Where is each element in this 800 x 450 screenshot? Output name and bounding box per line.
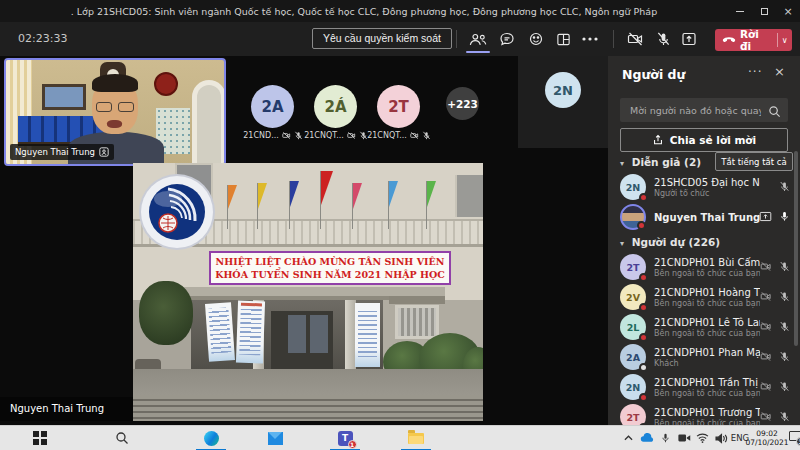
- stage-participant-tile[interactable]: 2T 21CNQT...: [377, 85, 420, 145]
- search-input[interactable]: [628, 98, 763, 122]
- overflow-count-badge[interactable]: +223: [446, 87, 479, 120]
- camera-off-icon: [760, 291, 772, 302]
- minimize-button[interactable]: [728, 0, 752, 22]
- participant-label: 21CND...: [243, 131, 279, 140]
- file-explorer-icon[interactable]: [398, 426, 434, 450]
- taskbar-search-icon[interactable]: [104, 426, 140, 450]
- participant-subtitle: Bên ngoài tổ chức của bạn: [654, 269, 760, 278]
- panel-close-icon[interactable]: ×: [774, 64, 785, 79]
- tray-expand-icon[interactable]: [620, 426, 636, 450]
- tray-clock[interactable]: 09:02 07/10/2021: [744, 429, 790, 447]
- flag: [353, 183, 362, 209]
- onedrive-icon[interactable]: [638, 426, 656, 450]
- tray-mic-icon[interactable]: [657, 426, 673, 450]
- mail-icon[interactable]: [257, 426, 293, 450]
- mic-off-icon: [779, 411, 790, 422]
- stage-avatar-row: 2A 21CND...: [251, 85, 420, 145]
- more-options-icon[interactable]: [578, 30, 602, 48]
- maximize-button[interactable]: [752, 0, 776, 22]
- avatar: 2N: [545, 72, 581, 108]
- mic-off-icon: [779, 291, 790, 302]
- participant-video-tile[interactable]: 2N: [518, 56, 608, 148]
- avatar: [620, 204, 646, 230]
- title-bar: . Lớp 21SHCD05: Sinh viên ngành Quốc tế …: [0, 0, 800, 22]
- share-invite-icon: [652, 134, 664, 146]
- leave-button[interactable]: Rời đi ∨: [715, 29, 792, 51]
- camera-off-icon: [760, 351, 772, 362]
- presenters-section-header[interactable]: ▾ Diễn giả (2): [620, 156, 701, 168]
- camera-off-icon[interactable]: [623, 30, 647, 48]
- participant-row[interactable]: 2N 21CNDPH01 Trần Thị Tha... Bên ngoài t…: [608, 372, 800, 402]
- camera-off-icon: [410, 131, 419, 140]
- scrollbar-thumb[interactable]: [794, 151, 798, 346]
- mic-off-icon[interactable]: [651, 30, 675, 48]
- camera-off-icon: [760, 381, 772, 392]
- status-dot: [637, 221, 646, 230]
- share-invite-button[interactable]: Chia sẻ lời mời: [620, 128, 788, 152]
- chat-icon[interactable]: [495, 30, 519, 48]
- participant-subtitle: Bên ngoài tổ chức của bạn: [654, 389, 760, 398]
- hangup-icon: [722, 36, 736, 44]
- participant-name: 21CNDPH01 Hoàng Thị C...: [654, 287, 760, 298]
- teams-icon[interactable]: T1: [327, 426, 363, 450]
- shared-screen-content: NHIỆT LIỆT CHÀO MỪNG TÂN SINH VIÊN KHÓA …: [133, 163, 483, 421]
- self-video-name-label: Nguyen Thai Trung: [10, 144, 114, 160]
- presenter-name-label: Nguyen Thai Trung: [0, 397, 133, 421]
- participant-row[interactable]: 2T 21CNDPH01 Bùi Cẩm Tú Bên ngoài tổ chứ…: [608, 252, 800, 282]
- flag: [427, 181, 436, 207]
- avatar: 2A: [620, 344, 646, 370]
- participant-name: 21CNDPH01 Trần Thị Tha...: [654, 377, 760, 388]
- camera-off-icon: [760, 321, 772, 332]
- standing-banner: [236, 301, 265, 364]
- people-icon[interactable]: [466, 30, 490, 48]
- leave-button-label: Rời đi: [740, 28, 771, 52]
- participant-name: 21CNDPH01 Lê Tô Lan: [654, 317, 760, 328]
- chevron-down-icon[interactable]: ∨: [777, 36, 792, 45]
- panel-more-options-icon[interactable]: ···: [748, 65, 762, 79]
- participant-row[interactable]: 2V 21CNDPH01 Hoàng Thị C... Bên ngoài tổ…: [608, 282, 800, 312]
- camera-off-icon: [282, 131, 291, 140]
- mic-off-icon: [422, 131, 431, 140]
- stage-participant-tile[interactable]: 2A 21CND...: [251, 85, 294, 145]
- status-dot: [639, 273, 648, 282]
- participant-name: 21CNDPH01 Phan Mạc Q...: [654, 347, 760, 358]
- participant-subtitle: Người tổ chức: [654, 189, 760, 198]
- attendees-list: 2T 21CNDPH01 Bùi Cẩm Tú Bên ngoài tổ chứ…: [608, 252, 800, 425]
- tray-camera-icon[interactable]: [675, 426, 693, 450]
- attendees-section-header[interactable]: ▾ Người dự (226): [620, 236, 720, 248]
- panel-title: Người dự: [622, 67, 685, 82]
- participant-row[interactable]: Nguyen Thai Trung: [608, 202, 800, 232]
- self-video-tile[interactable]: Nguyen Thai Trung: [4, 58, 226, 166]
- participant-row[interactable]: 2N 21SHCD05 Đại học Ngoại ng... Người tổ…: [608, 172, 800, 202]
- avatar: 2N: [620, 374, 646, 400]
- reactions-icon[interactable]: [524, 30, 548, 48]
- rooms-icon[interactable]: [551, 30, 575, 48]
- participant-row[interactable]: 2A 21CNDPH01 Phan Mạc Q... Khách: [608, 342, 800, 372]
- participant-label: 21CNQT...: [367, 131, 407, 140]
- share-screen-icon[interactable]: [677, 30, 701, 48]
- meeting-stage: Nguyen Thai Trung 2A 21CND...: [0, 56, 608, 425]
- avatar: 2Á: [314, 85, 357, 128]
- volume-icon[interactable]: [712, 426, 730, 450]
- avatar: 2T: [620, 404, 646, 425]
- search-icon[interactable]: [768, 103, 781, 122]
- participants-panel: Người dự ··· × Chia sẻ lời mời ▾ Diễn gi…: [608, 56, 800, 425]
- edge-icon[interactable]: [193, 426, 229, 450]
- people-tab-active-indicator: [466, 51, 490, 53]
- mic-off-icon: [779, 351, 790, 362]
- mic-off-icon: [779, 181, 790, 192]
- close-button[interactable]: ×: [776, 0, 800, 22]
- action-center-icon[interactable]: 3: [789, 430, 800, 444]
- mute-all-button[interactable]: Tắt tiếng tất cả: [715, 152, 793, 171]
- avatar: 2T: [620, 254, 646, 280]
- teams-badge: 1: [348, 440, 357, 449]
- mic-off-icon: [779, 261, 790, 272]
- participant-name: Nguyen Thai Trung: [654, 212, 760, 223]
- wifi-icon[interactable]: [694, 426, 710, 450]
- request-control-button[interactable]: Yêu cầu quyền kiểm soát: [312, 28, 452, 49]
- stage-participant-tile[interactable]: 2Á 21CNQT...: [314, 85, 357, 145]
- participant-subtitle: Khách: [654, 359, 760, 368]
- participant-row[interactable]: 2L 21CNDPH01 Lê Tô Lan Bên ngoài tổ chức…: [608, 312, 800, 342]
- start-button[interactable]: [22, 426, 58, 450]
- participant-row[interactable]: 2T 21CNDPH01 Trương Thị T... Bên ngoài t…: [608, 402, 800, 425]
